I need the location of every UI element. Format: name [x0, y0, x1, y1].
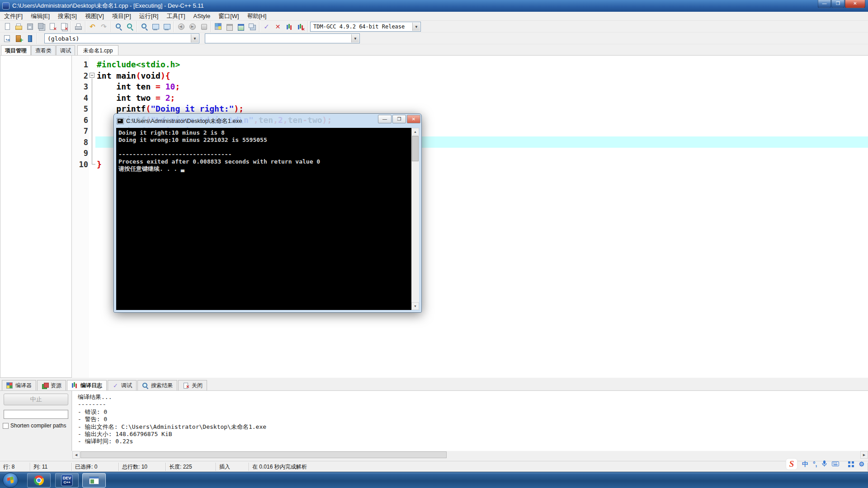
save-button[interactable]: [24, 21, 35, 32]
back-button[interactable]: [175, 21, 187, 32]
redo-button[interactable]: [98, 21, 109, 32]
compile-log-output[interactable]: 编译结果...--------- 错误: 0- 警告: 0- 输出文件名: C:…: [72, 391, 868, 451]
menu-item-search[interactable]: 搜索[S]: [54, 12, 81, 21]
compile-progress-bar: [4, 410, 68, 419]
scroll-left-icon[interactable]: ◀: [72, 451, 80, 459]
code-line[interactable]: int two = 2;: [97, 93, 175, 104]
maximize-button[interactable]: [831, 0, 844, 8]
bottom-tab-compile-log[interactable]: 编译日志: [67, 380, 107, 390]
scroll-up-icon[interactable]: ▲: [411, 128, 419, 136]
compiler-select[interactable]: TDM-GCC 4.9.2 64-bit Release ▼: [310, 22, 421, 32]
compile-run-button[interactable]: [235, 21, 246, 32]
save-all-button[interactable]: [35, 21, 47, 32]
todo-list-button[interactable]: [161, 21, 172, 32]
globals-select[interactable]: (globals) ▼: [44, 33, 199, 43]
menu-item-help[interactable]: 帮助[H]: [243, 12, 271, 21]
menu-item-view[interactable]: 视图[V]: [81, 12, 108, 21]
project-panel[interactable]: [0, 55, 72, 378]
forward-button[interactable]: [187, 21, 198, 32]
ime-keyboard-icon[interactable]: [832, 461, 839, 467]
open-button[interactable]: [13, 21, 24, 32]
scroll-down-icon[interactable]: ▼: [411, 302, 419, 310]
devcpp-app-icon: [2, 2, 9, 9]
sidebar-tab-debug[interactable]: 调试: [56, 45, 75, 55]
taskbar-console-button[interactable]: [82, 473, 106, 488]
print-button[interactable]: [72, 21, 84, 32]
console-window[interactable]: C:\Users\Administrator\Desktop\未命名1.exe …: [113, 113, 422, 313]
menu-item-run[interactable]: 运行[R]: [135, 12, 163, 21]
close-all-button[interactable]: [58, 21, 69, 32]
console-output[interactable]: Doing it right:10 minus 2 is 8Doing it w…: [116, 128, 419, 310]
fold-collapse-icon[interactable]: [90, 73, 94, 78]
scrollbar-thumb[interactable]: [80, 451, 447, 458]
chevron-down-icon[interactable]: ▼: [351, 34, 359, 42]
compile-button[interactable]: [212, 21, 224, 32]
new-file-button[interactable]: [1, 21, 13, 32]
chevron-down-icon[interactable]: ▼: [191, 34, 198, 42]
menu-item-window[interactable]: 窗口[W]: [214, 12, 243, 21]
menu-item-tools[interactable]: 工具[T]: [162, 12, 189, 21]
search-results-icon: [142, 382, 149, 389]
find-button[interactable]: [113, 21, 124, 32]
console-close-button[interactable]: [407, 115, 420, 123]
bottom-tab-label: 编译器: [15, 382, 32, 389]
goto-bookmark-button[interactable]: [24, 33, 35, 44]
bottom-tab-debug[interactable]: 调试: [108, 380, 137, 390]
sidebar-tab-project[interactable]: 项目管理: [1, 45, 31, 55]
code-line[interactable]: printf("Doing it right:");: [97, 103, 244, 115]
pause-button[interactable]: [198, 21, 209, 32]
code-line[interactable]: #include<stdio.h>: [97, 59, 180, 70]
find-next-button[interactable]: [124, 21, 135, 32]
bottom-tab-search-results[interactable]: 搜索结果: [137, 380, 177, 390]
chrome-icon: [34, 475, 44, 485]
menu-item-file[interactable]: 文件[F]: [0, 12, 27, 21]
ime-settings-icon[interactable]: ⚙: [859, 461, 864, 467]
console-title-bar[interactable]: C:\Users\Administrator\Desktop\未命名1.exe: [116, 115, 420, 127]
menu-item-astyle[interactable]: AStyle: [189, 12, 215, 21]
close-button[interactable]: [845, 0, 865, 8]
insert-snippet-button[interactable]: [1, 33, 13, 44]
ime-toolbox-icon[interactable]: [848, 461, 854, 467]
code-line[interactable]: int ten = 10;: [97, 81, 180, 93]
taskbar-chrome-button[interactable]: [27, 473, 51, 488]
rebuild-all-button[interactable]: [246, 21, 258, 32]
code-line[interactable]: int main(void){: [97, 70, 170, 82]
bottom-tab-close[interactable]: 关闭: [178, 380, 207, 390]
profile-errors-button[interactable]: [295, 21, 306, 32]
ime-mic-icon[interactable]: [821, 460, 827, 468]
taskbar-devcpp-button[interactable]: DEV C++: [55, 473, 79, 488]
editor-tab[interactable]: 未命名1.cpp: [77, 45, 118, 55]
syntax-check-button[interactable]: [261, 21, 272, 32]
sogou-logo-icon[interactable]: S: [786, 458, 797, 470]
checkbox[interactable]: [3, 423, 9, 429]
toggle-bookmark-button[interactable]: [13, 33, 24, 44]
bottom-tab-compiler[interactable]: 编译器: [2, 380, 36, 390]
ime-chinese-mode-icon[interactable]: 中: [802, 461, 808, 467]
menu-item-project[interactable]: 项目[P]: [108, 12, 135, 21]
abort-button[interactable]: 中止: [4, 394, 68, 405]
console-minimize-button[interactable]: [378, 115, 392, 123]
sidebar-tab-classes[interactable]: 查看类: [31, 45, 56, 55]
undo-button[interactable]: [87, 21, 98, 32]
code-line[interactable]: }: [97, 159, 102, 170]
start-button[interactable]: [3, 473, 18, 488]
menu-item-edit[interactable]: 编辑[E]: [27, 12, 54, 21]
chevron-down-icon[interactable]: ▼: [412, 23, 420, 31]
replace-button[interactable]: [138, 21, 150, 32]
status-bar: 行: 8列: 11已选择: 0总行数: 10长度: 225插入在 0.016 秒…: [0, 461, 868, 472]
status-selected: 已选择: 0: [72, 463, 119, 471]
bottom-tab-resources[interactable]: 资源: [37, 380, 66, 390]
minimize-button[interactable]: [818, 0, 831, 8]
symbol-select[interactable]: ▼: [205, 33, 360, 43]
profile-button[interactable]: [283, 21, 295, 32]
console-maximize-button[interactable]: [392, 115, 406, 123]
ime-punctuation-icon[interactable]: °,: [813, 461, 817, 467]
scrollbar-thumb[interactable]: [412, 136, 419, 161]
run-button[interactable]: [224, 21, 235, 32]
close-file-button[interactable]: [47, 21, 58, 32]
stop-execution-button[interactable]: [272, 21, 283, 32]
goto-line-button[interactable]: [150, 21, 161, 32]
console-scrollbar[interactable]: ▲ ▼: [411, 128, 419, 310]
log-horizontal-scrollbar[interactable]: ◀ ▶: [72, 451, 868, 459]
shorten-paths-option[interactable]: Shorten compiler paths: [3, 422, 66, 429]
